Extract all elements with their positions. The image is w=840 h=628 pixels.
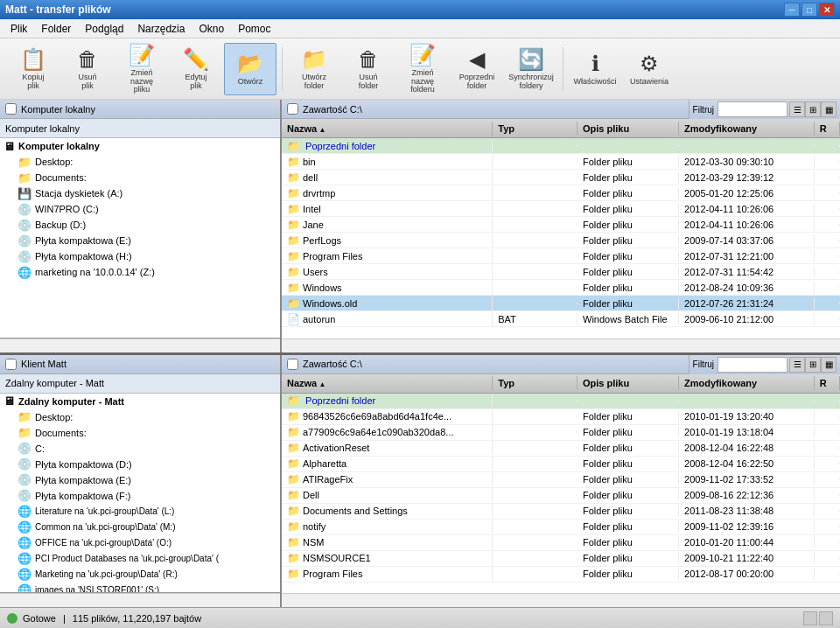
- col-header-desc[interactable]: Opis pliku: [578, 376, 679, 390]
- col-header-name[interactable]: Nazwa: [282, 376, 493, 390]
- tree-item-pci[interactable]: 🌐 PCI Product Databases na 'uk.pci-group…: [0, 551, 280, 567]
- file-row[interactable]: 📁notify Folder pliku 2009-11-02 12:39:16: [282, 520, 840, 535]
- remote-filter-detail-btn[interactable]: ▦: [821, 357, 836, 373]
- file-row[interactable]: 📁ActivationReset Folder pliku 2008-12-04…: [282, 441, 840, 457]
- local-tree[interactable]: 🖥 Komputer lokalny 📁 Desktop: 📁 Document…: [0, 138, 280, 338]
- properties-button[interactable]: ℹ Właściwości: [569, 43, 621, 95]
- tree-item-c-drive[interactable]: 💿 WIN7PRO (C:): [0, 201, 280, 217]
- tree-item-rdsk[interactable]: 📁 Desktop:: [0, 409, 280, 425]
- close-button[interactable]: ✕: [819, 3, 835, 17]
- col-header-desc[interactable]: Opis pliku: [578, 122, 679, 136]
- tree-item-backup[interactable]: 💿 Backup (D:): [0, 217, 280, 233]
- copy-file-button[interactable]: 📋 Kopiujplik: [7, 43, 60, 95]
- tree-item-images[interactable]: 🌐 images na 'NSLSTORE001' (S:): [0, 583, 280, 594]
- tree-item-office[interactable]: 🌐 OFFICE na 'uk.pci-group\Data' (O:): [0, 535, 280, 551]
- col-header-extra[interactable]: R: [815, 376, 840, 390]
- local-checkbox[interactable]: [5, 103, 17, 115]
- create-folder-button[interactable]: 📁 Utwórzfolder: [288, 43, 340, 95]
- file-row[interactable]: 📁Intel Folder pliku 2012-04-11 10:26:06: [282, 201, 840, 217]
- remote-tree[interactable]: 🖥 Zdalny komputer - Matt 📁 Desktop: 📁 Do…: [0, 394, 280, 594]
- file-row[interactable]: 📁Users Folder pliku 2012-07-31 11:54:42: [282, 264, 840, 280]
- local-filter-grid-btn[interactable]: ⊞: [805, 101, 821, 117]
- tree-item-rdoc[interactable]: 📁 Documents:: [0, 425, 280, 441]
- tree-item-rc[interactable]: 💿 C:: [0, 441, 280, 457]
- menu-plik[interactable]: Plik: [4, 21, 34, 37]
- menu-folder[interactable]: Folder: [34, 21, 78, 37]
- file-row[interactable]: 📁ATIRageFix Folder pliku 2009-11-02 17:3…: [282, 472, 840, 488]
- file-row[interactable]: 📁bin Folder pliku 2012-03-30 09:30:10: [282, 154, 840, 170]
- tree-item-common[interactable]: 🌐 Common na 'uk.pci-group\Data' (M:): [0, 520, 280, 535]
- file-row[interactable]: 📁dell Folder pliku 2012-03-29 12:39:12: [282, 170, 840, 185]
- edit-file-button[interactable]: ✏️ Edytujplik: [170, 43, 222, 95]
- menu-narzedzia[interactable]: Narzędzia: [130, 21, 192, 37]
- maximize-button[interactable]: □: [802, 3, 817, 17]
- local-filter-input[interactable]: [718, 101, 788, 117]
- tree-item-network-z[interactable]: 🌐 marketing na '10.0.0.14' (Z:): [0, 264, 280, 280]
- prev-folder-button[interactable]: ◀ Poprzednifolder: [451, 43, 503, 95]
- col-header-modified[interactable]: Zmodyfikowany: [679, 376, 815, 390]
- file-row[interactable]: 📁96843526c6e69a8abd6d4a1fc4e... Folder p…: [282, 409, 840, 425]
- local-tree-hscroll[interactable]: [0, 338, 280, 352]
- remote-checkbox[interactable]: [5, 359, 17, 370]
- local-file-body[interactable]: 📁 Poprzedni folder 📁bin Folder pliku 201…: [282, 138, 840, 338]
- tree-item-rdf[interactable]: 💿 Płyta kompaktowa (F:): [0, 488, 280, 504]
- tree-item-cdh[interactable]: 💿 Płyta kompaktowa (H:): [0, 248, 280, 264]
- rename-file-button[interactable]: 📝 Zmień nazwępliku: [116, 43, 168, 95]
- file-row[interactable]: 📁Documents and Settings Folder pliku 201…: [282, 504, 840, 520]
- col-header-type[interactable]: Typ: [493, 122, 578, 136]
- file-row[interactable]: 📄autorun BAT Windows Batch File 2009-06-…: [282, 311, 840, 327]
- file-row[interactable]: 📁Windows Folder pliku 2012-08-24 10:09:3…: [282, 280, 840, 296]
- delete-file-button[interactable]: 🗑 Usuńplik: [61, 43, 114, 95]
- local-file-checkbox[interactable]: [287, 103, 298, 115]
- tree-item-documents[interactable]: 📁 Documents:: [0, 170, 280, 185]
- file-row[interactable]: 📁NSM Folder pliku 2010-01-20 11:00:44: [282, 535, 840, 551]
- tree-item-remote-computer[interactable]: 🖥 Zdalny komputer - Matt: [0, 394, 280, 409]
- file-row[interactable]: 📁NSMSOURCE1 Folder pliku 2009-10-21 11:2…: [282, 551, 840, 567]
- rename-folder-button[interactable]: 📝 Zmień nazwęfolderu: [396, 43, 449, 95]
- tree-label: Stacja dyskietek (A:): [35, 188, 122, 199]
- local-file-path-header: Zawartość C:\: [282, 100, 689, 119]
- menu-podglad[interactable]: Podgląd: [78, 21, 130, 37]
- menu-okno[interactable]: Okno: [192, 21, 231, 37]
- tree-item-literature[interactable]: 🌐 Literature na 'uk.pci-group\Data' (L:): [0, 504, 280, 520]
- tree-item-marketing[interactable]: 🌐 Marketing na 'uk.pci-group\Data' (R:): [0, 567, 280, 583]
- file-row[interactable]: 📁Program Files Folder pliku 2012-07-31 1…: [282, 248, 840, 264]
- sync-button[interactable]: 🔄 Synchronizujfoldery: [505, 43, 557, 95]
- remote-path: Zdalny komputer - Matt: [5, 378, 104, 388]
- file-row[interactable]: 📁Program Files Folder pliku 2012-08-17 0…: [282, 567, 840, 583]
- tree-item-desktop[interactable]: 📁 Desktop:: [0, 154, 280, 170]
- local-file-hscroll[interactable]: [282, 338, 840, 352]
- file-row[interactable]: 📁PerfLogs Folder pliku 2009-07-14 03:37:…: [282, 233, 840, 248]
- col-header-type[interactable]: Typ: [493, 376, 578, 390]
- remote-filter-input[interactable]: [718, 357, 788, 373]
- settings-button[interactable]: ⚙ Ustawienia: [623, 43, 676, 95]
- file-row-parent[interactable]: 📁 Poprzedni folder: [282, 394, 840, 409]
- remote-filter-list-btn[interactable]: ☰: [789, 357, 805, 373]
- local-filter-detail-btn[interactable]: ▦: [821, 101, 836, 117]
- local-filter-list-btn[interactable]: ☰: [789, 101, 805, 117]
- minimize-button[interactable]: ─: [784, 3, 800, 17]
- file-row[interactable]: 📁Alpharetta Folder pliku 2008-12-04 16:2…: [282, 457, 840, 472]
- file-row-parent[interactable]: 📁 Poprzedni folder: [282, 138, 840, 154]
- menu-pomoc[interactable]: Pomoc: [231, 21, 277, 37]
- tree-item-rde[interactable]: 💿 Płyta kompaktowa (E:): [0, 472, 280, 488]
- col-header-modified[interactable]: Zmodyfikowany: [679, 122, 815, 136]
- file-row[interactable]: 📁drvrtmp Folder pliku 2005-01-20 12:25:0…: [282, 185, 840, 201]
- remote-file-hscroll[interactable]: [282, 593, 840, 607]
- remote-filter-grid-btn[interactable]: ⊞: [805, 357, 821, 373]
- remote-file-body[interactable]: 📁 Poprzedni folder 📁96843526c6e69a8abd6d…: [282, 394, 840, 594]
- delete-folder-button[interactable]: 🗑 Usuńfolder: [342, 43, 395, 95]
- remote-file-checkbox[interactable]: [287, 359, 298, 370]
- col-header-extra[interactable]: R: [815, 122, 840, 136]
- tree-item-cde[interactable]: 💿 Płyta kompaktowa (E:): [0, 233, 280, 248]
- tree-item-floppy[interactable]: 💾 Stacja dyskietek (A:): [0, 185, 280, 201]
- remote-tree-hscroll[interactable]: [0, 593, 280, 607]
- col-header-name[interactable]: Nazwa: [282, 122, 493, 136]
- tree-item-local-computer[interactable]: 🖥 Komputer lokalny: [0, 138, 280, 154]
- open-button[interactable]: 📂 Otwórz: [224, 43, 276, 95]
- file-row[interactable]: 📁Jane Folder pliku 2012-04-11 10:26:06: [282, 217, 840, 233]
- file-row[interactable]: 📁Dell Folder pliku 2009-08-16 22:12:36: [282, 488, 840, 504]
- file-row-windows-old[interactable]: 📁Windows.old Folder pliku 2012-07-26 21:…: [282, 296, 840, 311]
- file-row[interactable]: 📁a77909c6c9a64e1c090ab320da8... Folder p…: [282, 425, 840, 441]
- tree-item-rdd[interactable]: 💿 Płyta kompaktowa (D:): [0, 457, 280, 472]
